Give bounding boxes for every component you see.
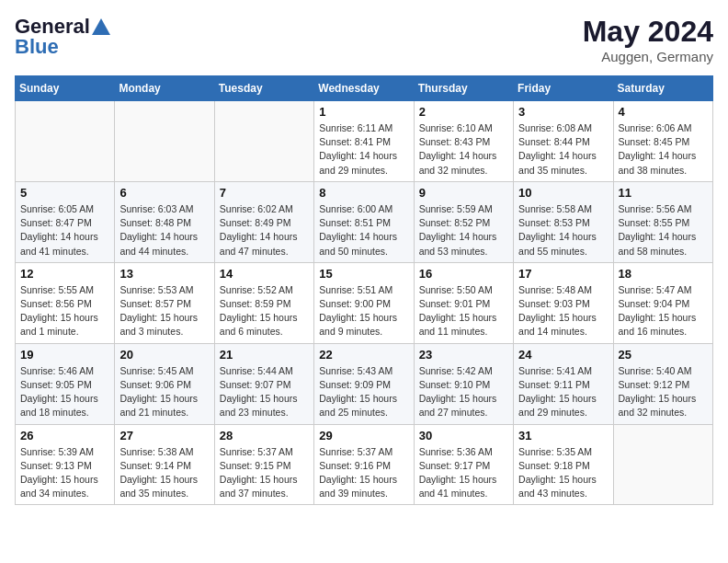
day-info: Sunrise: 6:05 AM Sunset: 8:47 PM Dayligh… — [20, 202, 109, 259]
day-info: Sunrise: 6:02 AM Sunset: 8:49 PM Dayligh… — [220, 202, 309, 259]
day-info: Sunrise: 5:37 AM Sunset: 9:15 PM Dayligh… — [220, 445, 309, 501]
day-info: Sunrise: 5:52 AM Sunset: 8:59 PM Dayligh… — [220, 283, 309, 339]
day-number: 3 — [518, 105, 608, 119]
calendar-cell: 31Sunrise: 5:35 AM Sunset: 9:18 PM Dayli… — [514, 424, 613, 505]
day-number: 28 — [220, 429, 309, 442]
calendar-cell: 28Sunrise: 5:37 AM Sunset: 9:15 PM Dayli… — [214, 424, 313, 505]
day-number: 6 — [119, 186, 209, 200]
day-info: Sunrise: 5:59 AM Sunset: 8:52 PM Dayligh… — [419, 202, 508, 259]
day-info: Sunrise: 5:38 AM Sunset: 9:14 PM Dayligh… — [119, 445, 209, 501]
weekday-header-friday: Friday — [514, 76, 613, 101]
calendar-cell: 3Sunrise: 6:08 AM Sunset: 8:44 PM Daylig… — [514, 101, 613, 182]
day-info: Sunrise: 5:55 AM Sunset: 8:56 PM Dayligh… — [20, 283, 109, 339]
logo-icon — [92, 18, 110, 35]
day-number: 7 — [220, 186, 309, 200]
calendar-cell: 10Sunrise: 5:58 AM Sunset: 8:53 PM Dayli… — [514, 181, 613, 262]
day-number: 13 — [119, 267, 209, 281]
weekday-header-wednesday: Wednesday — [314, 76, 414, 101]
calendar-cell: 29Sunrise: 5:37 AM Sunset: 9:16 PM Dayli… — [314, 424, 414, 505]
calendar-cell — [115, 101, 214, 182]
day-info: Sunrise: 5:58 AM Sunset: 8:53 PM Dayligh… — [518, 202, 608, 259]
day-number: 19 — [20, 348, 109, 362]
day-info: Sunrise: 5:35 AM Sunset: 9:18 PM Dayligh… — [518, 445, 608, 501]
day-number: 12 — [20, 267, 109, 281]
calendar-week-row: 5Sunrise: 6:05 AM Sunset: 8:47 PM Daylig… — [16, 181, 713, 262]
calendar-cell: 30Sunrise: 5:36 AM Sunset: 9:17 PM Dayli… — [414, 424, 513, 505]
day-info: Sunrise: 5:41 AM Sunset: 9:11 PM Dayligh… — [518, 364, 608, 420]
calendar-week-row: 26Sunrise: 5:39 AM Sunset: 9:13 PM Dayli… — [16, 424, 713, 505]
day-number: 11 — [619, 186, 708, 200]
calendar-cell: 18Sunrise: 5:47 AM Sunset: 9:04 PM Dayli… — [613, 262, 712, 343]
day-number: 9 — [419, 186, 508, 200]
calendar-cell: 21Sunrise: 5:44 AM Sunset: 9:07 PM Dayli… — [214, 343, 313, 424]
location-label: Auggen, Germany — [583, 49, 713, 64]
logo: General Blue — [15, 15, 110, 59]
day-number: 1 — [319, 105, 408, 119]
day-info: Sunrise: 5:51 AM Sunset: 9:00 PM Dayligh… — [319, 283, 408, 339]
calendar-cell: 22Sunrise: 5:43 AM Sunset: 9:09 PM Dayli… — [314, 343, 414, 424]
calendar-cell: 9Sunrise: 5:59 AM Sunset: 8:52 PM Daylig… — [414, 181, 513, 262]
day-number: 25 — [619, 348, 708, 362]
calendar-cell: 23Sunrise: 5:42 AM Sunset: 9:10 PM Dayli… — [414, 343, 513, 424]
calendar-cell: 7Sunrise: 6:02 AM Sunset: 8:49 PM Daylig… — [214, 181, 313, 262]
day-number: 18 — [619, 267, 708, 281]
day-info: Sunrise: 5:48 AM Sunset: 9:03 PM Dayligh… — [518, 283, 608, 339]
day-info: Sunrise: 6:00 AM Sunset: 8:51 PM Dayligh… — [319, 202, 408, 259]
page-header: General Blue May 2024 Auggen, Germany — [15, 15, 713, 64]
logo-blue: Blue — [15, 35, 59, 59]
day-info: Sunrise: 5:46 AM Sunset: 9:05 PM Dayligh… — [20, 364, 109, 420]
calendar-cell: 11Sunrise: 5:56 AM Sunset: 8:55 PM Dayli… — [613, 181, 712, 262]
calendar-cell: 4Sunrise: 6:06 AM Sunset: 8:45 PM Daylig… — [613, 101, 712, 182]
calendar-cell: 17Sunrise: 5:48 AM Sunset: 9:03 PM Dayli… — [514, 262, 613, 343]
day-number: 26 — [20, 429, 109, 442]
day-number: 10 — [518, 186, 608, 200]
day-info: Sunrise: 5:37 AM Sunset: 9:16 PM Dayligh… — [319, 445, 408, 501]
day-info: Sunrise: 5:50 AM Sunset: 9:01 PM Dayligh… — [419, 283, 508, 339]
day-number: 30 — [419, 429, 508, 442]
calendar-cell — [214, 101, 313, 182]
calendar-week-row: 1Sunrise: 6:11 AM Sunset: 8:41 PM Daylig… — [16, 101, 713, 182]
day-number: 8 — [319, 186, 408, 200]
calendar-cell: 6Sunrise: 6:03 AM Sunset: 8:48 PM Daylig… — [115, 181, 214, 262]
day-info: Sunrise: 5:40 AM Sunset: 9:12 PM Dayligh… — [619, 364, 708, 420]
calendar-cell: 25Sunrise: 5:40 AM Sunset: 9:12 PM Dayli… — [613, 343, 712, 424]
day-info: Sunrise: 5:56 AM Sunset: 8:55 PM Dayligh… — [619, 202, 708, 259]
day-number: 27 — [119, 429, 209, 442]
calendar-cell: 24Sunrise: 5:41 AM Sunset: 9:11 PM Dayli… — [514, 343, 613, 424]
calendar-cell: 5Sunrise: 6:05 AM Sunset: 8:47 PM Daylig… — [16, 181, 115, 262]
day-info: Sunrise: 5:45 AM Sunset: 9:06 PM Dayligh… — [119, 364, 209, 420]
day-number: 17 — [518, 267, 608, 281]
day-number: 16 — [419, 267, 508, 281]
day-number: 22 — [319, 348, 408, 362]
day-number: 5 — [20, 186, 109, 200]
calendar-cell: 16Sunrise: 5:50 AM Sunset: 9:01 PM Dayli… — [414, 262, 513, 343]
calendar-cell: 14Sunrise: 5:52 AM Sunset: 8:59 PM Dayli… — [214, 262, 313, 343]
day-info: Sunrise: 5:39 AM Sunset: 9:13 PM Dayligh… — [20, 445, 109, 501]
day-number: 24 — [518, 348, 608, 362]
day-number: 23 — [419, 348, 508, 362]
title-block: May 2024 Auggen, Germany — [583, 15, 713, 64]
day-info: Sunrise: 6:08 AM Sunset: 8:44 PM Dayligh… — [518, 121, 608, 178]
calendar-cell: 20Sunrise: 5:45 AM Sunset: 9:06 PM Dayli… — [115, 343, 214, 424]
day-info: Sunrise: 6:10 AM Sunset: 8:43 PM Dayligh… — [419, 121, 508, 178]
calendar-cell: 1Sunrise: 6:11 AM Sunset: 8:41 PM Daylig… — [314, 101, 414, 182]
month-year-title: May 2024 — [583, 15, 713, 49]
calendar-cell: 8Sunrise: 6:00 AM Sunset: 8:51 PM Daylig… — [314, 181, 414, 262]
day-number: 20 — [119, 348, 209, 362]
calendar-week-row: 19Sunrise: 5:46 AM Sunset: 9:05 PM Dayli… — [16, 343, 713, 424]
day-number: 2 — [419, 105, 508, 119]
weekday-header-sunday: Sunday — [16, 76, 115, 101]
calendar-cell: 13Sunrise: 5:53 AM Sunset: 8:57 PM Dayli… — [115, 262, 214, 343]
day-info: Sunrise: 5:36 AM Sunset: 9:17 PM Dayligh… — [419, 445, 508, 501]
calendar-cell: 27Sunrise: 5:38 AM Sunset: 9:14 PM Dayli… — [115, 424, 214, 505]
day-number: 4 — [619, 105, 708, 119]
calendar-cell: 12Sunrise: 5:55 AM Sunset: 8:56 PM Dayli… — [16, 262, 115, 343]
day-info: Sunrise: 5:47 AM Sunset: 9:04 PM Dayligh… — [619, 283, 708, 339]
calendar-cell: 15Sunrise: 5:51 AM Sunset: 9:00 PM Dayli… — [314, 262, 414, 343]
day-info: Sunrise: 5:43 AM Sunset: 9:09 PM Dayligh… — [319, 364, 408, 420]
weekday-header-saturday: Saturday — [613, 76, 712, 101]
day-info: Sunrise: 6:06 AM Sunset: 8:45 PM Dayligh… — [619, 121, 708, 178]
day-info: Sunrise: 5:42 AM Sunset: 9:10 PM Dayligh… — [419, 364, 508, 420]
day-number: 14 — [220, 267, 309, 281]
svg-marker-0 — [92, 18, 110, 35]
